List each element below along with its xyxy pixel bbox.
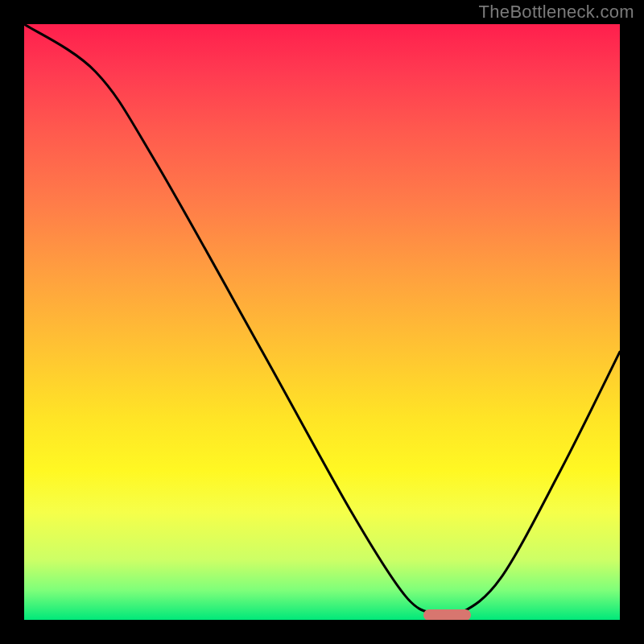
optimum-marker [423, 609, 471, 620]
plot-area [24, 24, 620, 620]
bottleneck-curve [24, 24, 620, 620]
chart-frame: TheBottleneck.com [0, 0, 644, 644]
watermark-text: TheBottleneck.com [479, 2, 634, 23]
